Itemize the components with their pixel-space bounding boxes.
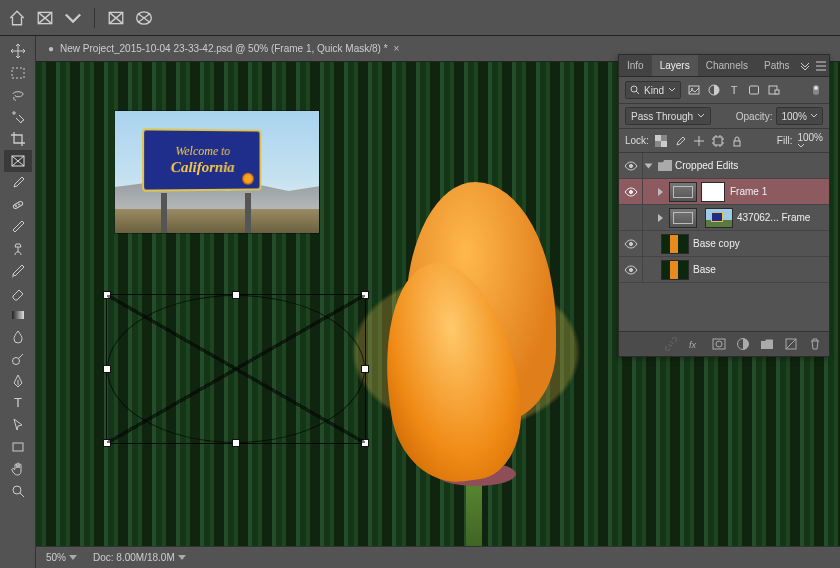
pen-tool-icon[interactable] — [4, 370, 32, 392]
add-adjustment-icon[interactable] — [735, 336, 751, 352]
delete-layer-icon[interactable] — [807, 336, 823, 352]
frame-tool-icon[interactable] — [4, 150, 32, 172]
healing-tool-icon[interactable] — [4, 194, 32, 216]
history-brush-tool-icon[interactable] — [4, 260, 32, 282]
transform-handle-tl[interactable] — [103, 291, 111, 299]
svg-rect-8 — [12, 311, 24, 319]
svg-rect-5 — [12, 201, 23, 209]
document-tab-dirty-icon: ● — [48, 43, 54, 54]
layer-thumbnail[interactable] — [669, 208, 697, 228]
blur-tool-icon[interactable] — [4, 326, 32, 348]
transform-handle-ml[interactable] — [103, 365, 111, 373]
path-select-tool-icon[interactable] — [4, 414, 32, 436]
panel-menu-icon[interactable] — [813, 55, 829, 76]
zoom-tool-icon[interactable] — [4, 480, 32, 502]
eyedropper-tool-icon[interactable] — [4, 172, 32, 194]
tab-info[interactable]: Info — [619, 55, 652, 76]
layer-mask-thumbnail[interactable] — [701, 182, 725, 202]
lock-position-icon[interactable] — [692, 134, 706, 148]
lasso-tool-icon[interactable] — [4, 84, 32, 106]
clone-tool-icon[interactable] — [4, 238, 32, 260]
eraser-tool-icon[interactable] — [4, 282, 32, 304]
document-info-readout[interactable]: Doc: 8.00M/18.0M — [93, 552, 186, 563]
transform-handle-tr[interactable] — [361, 291, 369, 299]
layer-name[interactable]: Frame 1 — [730, 186, 825, 197]
home-icon[interactable] — [8, 9, 26, 27]
lock-transparency-icon[interactable] — [654, 134, 668, 148]
hand-tool-icon[interactable] — [4, 458, 32, 480]
quick-select-tool-icon[interactable] — [4, 106, 32, 128]
fill-field[interactable]: 100% — [797, 132, 823, 149]
lock-pixels-icon[interactable] — [673, 134, 687, 148]
frame-shape-picker-icon[interactable] — [36, 9, 54, 27]
marquee-tool-icon[interactable] — [4, 62, 32, 84]
ellipse-frame-icon[interactable] — [135, 9, 153, 27]
layer-row-base[interactable]: Base — [619, 257, 829, 283]
layer-row-basecopy[interactable]: Base copy — [619, 231, 829, 257]
layer-name[interactable]: Base — [693, 264, 825, 275]
frame-picker-chevron-icon[interactable] — [64, 9, 82, 27]
frame-disclose-icon[interactable] — [658, 188, 663, 196]
move-tool-icon[interactable] — [4, 40, 32, 62]
opacity-field[interactable]: 100% — [776, 107, 823, 125]
layer-name[interactable]: 437062... Frame — [737, 212, 825, 223]
transform-handle-bl[interactable] — [103, 439, 111, 447]
layer-row-frame1[interactable]: Frame 1 — [619, 179, 829, 205]
transform-bounding-box[interactable] — [106, 294, 366, 444]
visibility-toggle-icon[interactable] — [619, 257, 643, 282]
tab-channels[interactable]: Channels — [698, 55, 756, 76]
visibility-toggle-icon[interactable] — [619, 179, 643, 204]
filter-type-icon[interactable]: T — [727, 83, 741, 97]
group-disclose-icon[interactable] — [645, 163, 653, 168]
rectangle-tool-icon[interactable] — [4, 436, 32, 458]
add-group-icon[interactable] — [759, 336, 775, 352]
filter-adjustment-icon[interactable] — [707, 83, 721, 97]
gradient-tool-icon[interactable] — [4, 304, 32, 326]
zoom-level-readout[interactable]: 50% — [46, 552, 77, 563]
filter-pixel-icon[interactable] — [687, 83, 701, 97]
document-tab-close-icon[interactable]: × — [394, 43, 400, 54]
filter-shape-icon[interactable] — [747, 83, 761, 97]
transform-handle-mr[interactable] — [361, 365, 369, 373]
layer-fx-icon[interactable]: fx — [687, 336, 703, 352]
panel-collapse-icon[interactable] — [798, 55, 814, 76]
filter-toggle-switch[interactable] — [809, 83, 823, 97]
layer-thumbnail[interactable] — [661, 260, 689, 280]
placed-image-sign[interactable]: Welcome to California — [114, 110, 320, 234]
layers-panel-footer: fx — [619, 331, 829, 356]
layer-row-imgframe[interactable]: 437062... Frame — [619, 205, 829, 231]
filter-smart-icon[interactable] — [767, 83, 781, 97]
layer-content-thumbnail[interactable] — [705, 208, 733, 228]
new-layer-icon[interactable] — [783, 336, 799, 352]
lock-all-icon[interactable] — [730, 134, 744, 148]
crop-tool-icon[interactable] — [4, 128, 32, 150]
dodge-tool-icon[interactable] — [4, 348, 32, 370]
visibility-empty[interactable] — [619, 205, 643, 230]
transform-handle-bc[interactable] — [232, 439, 240, 447]
type-tool-icon[interactable]: T — [4, 392, 32, 414]
blend-mode-dropdown[interactable]: Pass Through — [625, 107, 711, 125]
doc-info-chevron-icon[interactable] — [178, 555, 186, 560]
transform-handle-br[interactable] — [361, 439, 369, 447]
tab-paths[interactable]: Paths — [756, 55, 798, 76]
visibility-toggle-icon[interactable] — [619, 153, 643, 178]
svg-rect-26 — [714, 137, 722, 145]
document-tab[interactable]: ● New Project_2015-10-04 23-33-42.psd @ … — [38, 36, 409, 62]
layer-group-row[interactable]: Cropped Edits — [619, 153, 829, 179]
layer-thumbnail[interactable] — [661, 234, 689, 254]
frame-disclose-icon[interactable] — [658, 214, 663, 222]
transform-handle-tc[interactable] — [232, 291, 240, 299]
layer-name[interactable]: Cropped Edits — [675, 160, 825, 171]
layer-filter-row: Kind T — [619, 77, 829, 104]
visibility-toggle-icon[interactable] — [619, 231, 643, 256]
tab-layers[interactable]: Layers — [652, 55, 698, 76]
layer-thumbnail[interactable] — [669, 182, 697, 202]
lock-artboard-icon[interactable] — [711, 134, 725, 148]
brush-tool-icon[interactable] — [4, 216, 32, 238]
options-bar — [0, 0, 840, 36]
rect-frame-icon[interactable] — [107, 9, 125, 27]
zoom-chevron-icon[interactable] — [69, 555, 77, 560]
layer-name[interactable]: Base copy — [693, 238, 825, 249]
filter-kind-dropdown[interactable]: Kind — [625, 81, 681, 99]
add-mask-icon[interactable] — [711, 336, 727, 352]
